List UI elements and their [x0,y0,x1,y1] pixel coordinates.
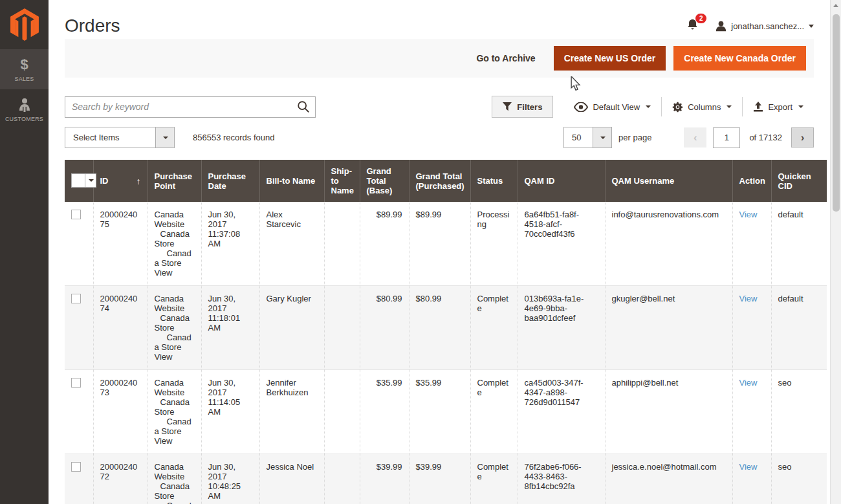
cell-purchase-point: Canada Website Canada Store Canada Store… [147,202,201,286]
gear-icon [672,102,683,113]
row-checkbox[interactable] [71,378,81,388]
column-header-purchase-point[interactable]: Purchase Point [147,160,201,202]
search-box [65,96,316,118]
cell-grand-total-purchased: $39.99 [409,454,470,504]
column-header-ship-to[interactable]: Ship-to Name [324,160,360,202]
magento-logo[interactable] [0,0,49,49]
columns-control[interactable]: Columns [662,102,742,113]
table-row: 2000024074 Canada Website Canada Store C… [65,286,827,370]
go-to-archive-button[interactable]: Go to Archive [476,53,535,63]
records-found: 856553 records found [193,133,274,142]
scrollbar-thumb[interactable] [833,14,840,212]
chevron-down-icon [798,105,803,108]
scrollbar-up-button[interactable] [831,0,841,11]
sidebar-item-sales[interactable]: $ SALES [0,49,49,89]
scroll-up-icon [833,4,838,7]
cell-status: Complete [470,454,518,504]
column-header-purchase-date[interactable]: Purchase Date [201,160,259,202]
view-order-link[interactable]: View [739,378,758,388]
cell-qam-id: 76f2abe6-f066-4433-8463-8fb14cbc92fa [518,454,605,504]
column-header-action[interactable]: Action [732,160,771,202]
page-header: Orders 2 jonathan.sanchez... [65,0,814,38]
cell-quicken-cid: default [771,286,827,370]
chevron-down-icon [89,179,94,182]
sidebar-item-label: SALES [14,76,34,82]
notifications-button[interactable]: 2 [686,18,699,34]
view-switcher[interactable]: Default View [563,102,661,112]
page-number-input[interactable] [713,127,740,148]
table-row: 2000024072 Canada Website Canada Store C… [65,454,827,504]
main-content: Orders 2 jonathan.sanchez... Go to Archi… [49,0,830,504]
column-header-status[interactable]: Status [470,160,518,202]
cell-qam-username: jessica.e.noel@hotmail.com [605,454,732,504]
select-all-dropdown[interactable] [71,173,96,188]
chevron-down-icon [163,137,168,139]
sort-asc-icon: ↑ [137,176,141,186]
per-page-label: per page [618,133,651,142]
cell-purchase-point: Canada Website Canada Store Canada Store… [147,454,201,504]
user-menu[interactable]: jonathan.sanchez... [715,21,814,32]
chevron-down-icon [726,105,732,108]
notification-badge: 2 [695,14,706,23]
user-avatar-icon [715,21,726,32]
chevron-down-icon [646,105,651,108]
cell-order-id: 2000024075 [93,202,147,286]
filters-button[interactable]: Filters [492,96,553,118]
cell-status: Complete [470,370,518,454]
view-order-link[interactable]: View [739,462,758,472]
cell-qam-username: info@taurusrenovations.com [605,202,732,286]
cell-ship-to [324,286,360,370]
column-header-qam-id[interactable]: QAM ID [518,160,605,202]
cell-ship-to [324,454,360,504]
orders-grid: ID↑ Purchase Point Purchase Date Bill-to… [65,160,814,504]
filters-label: Filters [517,102,542,112]
column-header-quicken-cid[interactable]: Quicken CID [771,160,827,202]
row-checkbox[interactable] [71,462,81,472]
cell-bill-to: Alex Starcevic [259,202,324,286]
person-icon [18,98,31,113]
column-header-qam-username[interactable]: QAM Username [605,160,732,202]
create-new-us-order-button[interactable]: Create New US Order [554,46,666,71]
column-header-grand-total-purchased[interactable]: Grand Total (Purchased) [409,160,470,202]
search-icon[interactable] [296,100,311,116]
table-row: 2000024073 Canada Website Canada Store C… [65,370,827,454]
create-new-canada-order-button[interactable]: Create New Canada Order [673,46,806,71]
cell-qam-username: gkugler@bell.net [605,286,732,370]
cell-qam-id: 013b693a-fa1e-4e69-9bba-baa901dcfeef [518,286,605,370]
eye-icon [574,102,588,112]
cell-ship-to [324,202,360,286]
listing-controls: Select Items 856553 records found 50 per… [65,127,814,148]
cell-grand-total-base: $39.99 [360,454,409,504]
select-all-header[interactable] [65,160,93,202]
cell-bill-to: Jessica Noel [259,454,324,504]
select-items-dropdown[interactable]: Select Items [65,127,175,148]
column-header-bill-to[interactable]: Bill-to Name [259,160,324,202]
search-input[interactable] [65,96,316,118]
admin-sidebar: $ SALES CUSTOMERS [0,0,49,504]
view-order-link[interactable]: View [739,294,758,303]
column-header-grand-total-base[interactable]: Grand Total (Base) [360,160,409,202]
view-order-link[interactable]: View [739,210,758,219]
columns-label: Columns [688,102,721,112]
header-actions: 2 jonathan.sanchez... [686,18,814,34]
export-control[interactable]: Export [743,102,814,112]
cell-purchase-date: Jun 30, 2017 10:48:25 AM [201,454,259,504]
cell-purchase-date: Jun 30, 2017 11:18:01 AM [201,286,259,370]
select-all-checkbox[interactable] [72,174,85,187]
column-header-id[interactable]: ID↑ [93,160,147,202]
magento-logo-icon [10,8,39,41]
cell-quicken-cid: seo [771,370,827,454]
row-checkbox[interactable] [71,210,81,219]
total-pages-label: of 17132 [749,133,782,142]
cell-order-id: 2000024072 [93,454,147,504]
row-checkbox[interactable] [71,294,81,303]
select-items-label: Select Items [65,127,127,148]
view-switcher-label: Default View [593,102,640,112]
previous-page-button[interactable]: ‹ [684,127,706,148]
per-page-dropdown[interactable]: 50 [563,127,612,148]
page-actions-bar: Go to Archive Create New US Order Create… [65,39,814,78]
next-page-button[interactable]: › [791,127,814,148]
sidebar-item-customers[interactable]: CUSTOMERS [0,89,49,129]
per-page-value: 50 [564,127,589,148]
vertical-scrollbar[interactable] [830,0,841,504]
